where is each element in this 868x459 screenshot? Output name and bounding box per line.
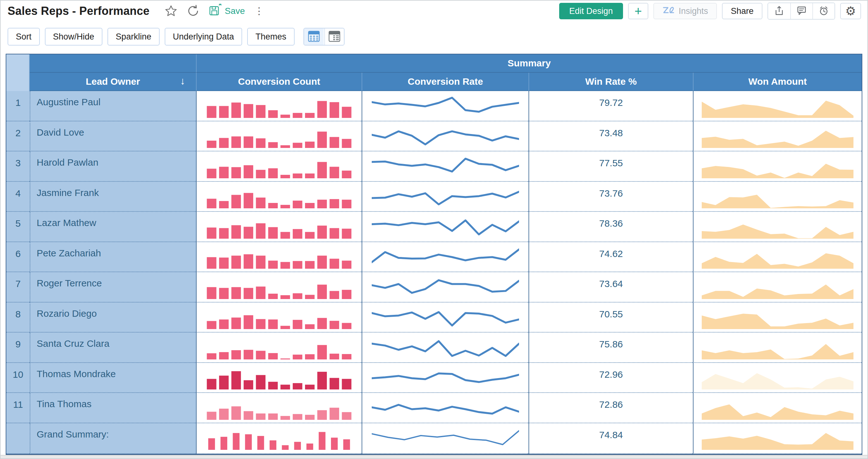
won-amount-cell[interactable]: [693, 242, 862, 273]
conversion-rate-cell[interactable]: [362, 393, 528, 423]
underlying-data-button[interactable]: Underlying Data: [165, 28, 243, 45]
sort-descending-icon[interactable]: ↓: [180, 75, 185, 87]
conversion-count-cell[interactable]: [196, 182, 362, 212]
lead-owner-cell[interactable]: Roger Terrence: [30, 272, 196, 303]
conversion-rate-cell[interactable]: [362, 182, 528, 212]
won-amount-cell[interactable]: [693, 121, 862, 152]
summary-view-button[interactable]: [324, 28, 344, 45]
conversion-count-cell[interactable]: [196, 272, 362, 303]
grand-won-amount-cell[interactable]: [693, 423, 862, 454]
win-rate-cell[interactable]: 70.55: [528, 303, 693, 333]
export-icon: [774, 5, 785, 18]
themes-button[interactable]: Themes: [247, 28, 294, 45]
conversion-count-cell[interactable]: [196, 121, 362, 152]
conversion-count-cell[interactable]: [196, 333, 362, 363]
lead-owner-cell[interactable]: Harold Pawlan: [30, 151, 196, 182]
lead-owner-cell[interactable]: Pete Zachariah: [30, 242, 196, 273]
table-view-button[interactable]: [304, 28, 324, 45]
header-spacer-cell: [30, 54, 196, 73]
sparkline-button[interactable]: Sparkline: [107, 28, 160, 45]
column-header-won-amount[interactable]: Won Amount: [693, 73, 862, 91]
win-rate-cell[interactable]: 74.62: [528, 242, 693, 273]
conversion-rate-cell[interactable]: [362, 303, 528, 333]
won-amount-cell-sparkline: [702, 159, 854, 178]
win-rate-cell[interactable]: 75.86: [528, 333, 693, 363]
win-rate-cell[interactable]: 73.64: [528, 272, 693, 303]
add-button[interactable]: +: [628, 3, 648, 19]
grand-conversion-rate-cell[interactable]: [362, 423, 528, 454]
save-label: Save: [225, 6, 245, 16]
won-amount-cell[interactable]: [693, 182, 862, 212]
lead-owner-cell[interactable]: David Love: [30, 121, 196, 152]
conversion-count-cell-sparkline: [206, 279, 353, 299]
conversion-count-cell-sparkline: [206, 339, 353, 360]
share-button[interactable]: Share: [722, 3, 763, 19]
win-rate-cell[interactable]: 78.36: [528, 212, 693, 242]
conversion-rate-cell[interactable]: [362, 363, 528, 393]
row-number: 2: [6, 121, 30, 152]
won-amount-cell[interactable]: [693, 272, 862, 303]
comments-button[interactable]: [790, 3, 812, 19]
save-button[interactable]: * Save: [209, 4, 245, 19]
conversion-rate-cell-sparkline: [372, 307, 519, 328]
grand-conversion-count-cell[interactable]: [196, 423, 362, 454]
conversion-rate-cell[interactable]: [362, 212, 528, 242]
conversion-count-cell[interactable]: [196, 242, 362, 273]
grand-conversion-rate-cell-sparkline: [372, 428, 519, 448]
column-header-conversion-count[interactable]: Conversion Count: [196, 73, 362, 91]
export-button[interactable]: [768, 3, 790, 19]
won-amount-cell[interactable]: [693, 212, 862, 242]
app-page: Sales Reps - Performance * Save ⋮: [0, 0, 868, 459]
won-amount-cell[interactable]: [693, 393, 862, 423]
win-rate-cell[interactable]: 73.48: [528, 121, 693, 152]
conversion-count-cell[interactable]: [196, 363, 362, 393]
lead-owner-cell[interactable]: Lazar Mathew: [30, 212, 196, 242]
conversion-count-cell[interactable]: [196, 151, 362, 182]
more-options-button[interactable]: ⋮: [254, 6, 264, 16]
conversion-count-cell[interactable]: [196, 91, 362, 121]
lead-owner-cell[interactable]: Jasmine Frank: [30, 182, 196, 212]
column-header-conversion-rate[interactable]: Conversion Rate: [362, 73, 528, 91]
conversion-rate-cell[interactable]: [362, 151, 528, 182]
conversion-rate-cell[interactable]: [362, 121, 528, 152]
win-rate-cell[interactable]: 72.96: [528, 363, 693, 393]
lead-owner-cell[interactable]: Tina Thomas: [30, 393, 196, 423]
lead-owner-cell[interactable]: Thomas Mondrake: [30, 363, 196, 393]
horizontal-scrollbar[interactable]: [1, 455, 867, 458]
show-hide-button[interactable]: Show/Hide: [45, 28, 103, 45]
column-header-lead-owner[interactable]: Lead Owner ↓: [30, 73, 196, 91]
won-amount-cell[interactable]: [693, 303, 862, 333]
column-header-win-rate[interactable]: Win Rate %: [528, 73, 693, 91]
won-amount-cell[interactable]: [693, 363, 862, 393]
conversion-rate-cell[interactable]: [362, 272, 528, 303]
lead-owner-cell[interactable]: Augustine Paul: [30, 91, 196, 121]
won-amount-cell-sparkline: [702, 400, 854, 420]
conversion-rate-cell[interactable]: [362, 91, 528, 121]
won-amount-cell[interactable]: [693, 91, 862, 121]
conversion-count-cell[interactable]: [196, 393, 362, 423]
sort-button[interactable]: Sort: [8, 28, 40, 45]
lead-owner-cell[interactable]: Rozario Diego: [30, 303, 196, 333]
win-rate-cell[interactable]: 77.55: [528, 151, 693, 182]
settings-button[interactable]: ⚙: [840, 3, 861, 19]
row-number: 9: [6, 333, 30, 363]
lead-owner-cell[interactable]: Santa Cruz Clara: [30, 333, 196, 363]
win-rate-cell[interactable]: 73.76: [528, 182, 693, 212]
conversion-count-cell[interactable]: [196, 212, 362, 242]
won-amount-cell[interactable]: [693, 151, 862, 182]
refresh-button[interactable]: [187, 4, 199, 18]
star-icon: [165, 4, 177, 18]
conversion-rate-cell[interactable]: [362, 242, 528, 273]
row-number: 1: [6, 91, 30, 121]
zia-insights-button[interactable]: Insights: [653, 3, 717, 19]
conversion-rate-cell[interactable]: [362, 333, 528, 363]
won-amount-cell[interactable]: [693, 333, 862, 363]
favorite-star-button[interactable]: [165, 4, 177, 18]
conversion-count-cell[interactable]: [196, 303, 362, 333]
win-rate-cell[interactable]: 72.86: [528, 393, 693, 423]
view-switcher: [304, 28, 345, 45]
edit-design-button[interactable]: Edit Design: [559, 3, 623, 19]
history-alert-button[interactable]: [812, 3, 835, 19]
win-rate-cell[interactable]: 79.72: [528, 91, 693, 121]
save-icon: *: [209, 4, 223, 19]
